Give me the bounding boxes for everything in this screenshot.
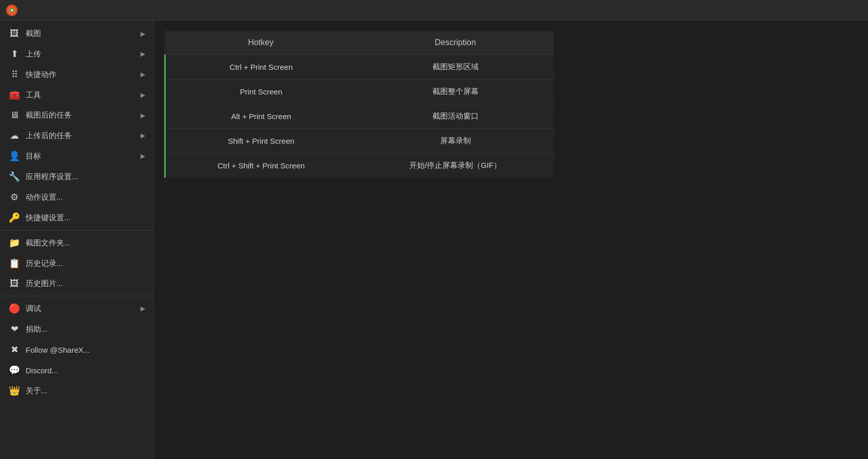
sidebar-item-after-capture[interactable]: 🖥截图后的任务▶ xyxy=(0,105,153,125)
sidebar-item-left: ⚙动作设置... xyxy=(8,192,63,203)
submenu-arrow-icon: ▶ xyxy=(141,91,145,99)
sidebar-item-label: Follow @ShareX... xyxy=(26,346,90,354)
sidebar-item-label: 目标 xyxy=(26,151,41,161)
hotkey-table: HotkeyDescriptionCtrl + Print Screen截图矩形… xyxy=(164,31,554,178)
capture-folder-icon: 📁 xyxy=(8,237,21,248)
hotkey-cell: Print Screen xyxy=(165,80,357,104)
quick-actions-icon: ⠿ xyxy=(8,69,21,80)
discord-icon: 💬 xyxy=(8,365,21,376)
sidebar-item-app-settings[interactable]: 🔧应用程序设置... xyxy=(0,166,153,187)
after-capture-icon: 🖥 xyxy=(8,110,21,121)
sidebar-item-label: 历史图片... xyxy=(26,279,63,289)
sidebar-item-label: 快捷动作 xyxy=(26,70,56,80)
sidebar-item-left: 👑关于... xyxy=(8,385,48,396)
sidebar-item-quick-actions[interactable]: ⠿快捷动作▶ xyxy=(0,64,153,85)
about-icon: 👑 xyxy=(8,385,21,396)
table-row[interactable]: Alt + Print Screen截图活动窗口 xyxy=(165,104,555,129)
submenu-arrow-icon: ▶ xyxy=(141,305,145,312)
table-column-header: Description xyxy=(357,31,554,55)
sidebar-divider xyxy=(0,296,153,296)
sidebar-item-left: 💬Discord... xyxy=(8,365,58,376)
sidebar-item-label: 快捷键设置... xyxy=(26,213,71,223)
sidebar-item-donate[interactable]: ❤捐助... xyxy=(0,319,153,339)
sidebar-item-label: 关于... xyxy=(26,386,48,396)
sidebar-item-discord[interactable]: 💬Discord... xyxy=(0,360,153,380)
sidebar-item-label: 截图后的任务 xyxy=(26,110,72,120)
title-bar xyxy=(0,0,868,21)
capture-icon: 🖼 xyxy=(8,28,21,39)
sidebar-item-capture-folder[interactable]: 📁截图文件夹... xyxy=(0,233,153,253)
svg-point-3 xyxy=(11,9,13,11)
table-row[interactable]: Ctrl + Print Screen截图矩形区域 xyxy=(165,55,555,80)
sidebar-item-left: 📋历史记录... xyxy=(8,258,63,269)
maximize-button[interactable] xyxy=(819,3,839,18)
hotkey-settings-icon: 🔑 xyxy=(8,212,21,223)
table-row[interactable]: Print Screen截图整个屏幕 xyxy=(165,80,555,104)
sidebar-item-about[interactable]: 👑关于... xyxy=(0,380,153,401)
sidebar-item-left: ☁上传后的任务 xyxy=(8,130,72,141)
sidebar-item-left: 🧰工具 xyxy=(8,89,41,101)
sidebar-item-label: 截图文件夹... xyxy=(26,238,71,248)
after-upload-icon: ☁ xyxy=(8,130,21,141)
sidebar-item-left: ❤捐助... xyxy=(8,323,48,335)
sidebar-item-label: 动作设置... xyxy=(26,193,63,202)
sidebar-item-image-history[interactable]: 🖼历史图片... xyxy=(0,274,153,294)
sidebar-item-left: 🔧应用程序设置... xyxy=(8,171,78,182)
description-cell: 截图矩形区域 xyxy=(357,55,554,80)
app-settings-icon: 🔧 xyxy=(8,171,21,182)
submenu-arrow-icon: ▶ xyxy=(141,152,145,160)
description-cell: 屏幕录制 xyxy=(357,129,554,154)
description-cell: 截图整个屏幕 xyxy=(357,80,554,104)
sidebar-item-label: 上传后的任务 xyxy=(26,131,72,141)
submenu-arrow-icon: ▶ xyxy=(141,132,145,139)
table-row[interactable]: Shift + Print Screen屏幕录制 xyxy=(165,129,555,154)
sidebar-divider xyxy=(0,230,153,231)
sidebar-item-upload[interactable]: ⬆上传▶ xyxy=(0,44,153,64)
submenu-arrow-icon: ▶ xyxy=(141,71,145,78)
sidebar-item-label: 捐助... xyxy=(26,324,48,334)
sidebar-item-history[interactable]: 📋历史记录... xyxy=(0,253,153,274)
submenu-arrow-icon: ▶ xyxy=(141,50,145,58)
sidebar-item-label: 上传 xyxy=(26,49,41,59)
hotkey-cell: Alt + Print Screen xyxy=(165,104,357,129)
tools-icon: 🧰 xyxy=(8,89,21,101)
sidebar-item-hotkey-settings[interactable]: 🔑快捷键设置... xyxy=(0,207,153,228)
submenu-arrow-icon: ▶ xyxy=(141,112,145,119)
description-cell: 开始/停止屏幕录制（GIF） xyxy=(357,154,554,178)
minimize-button[interactable] xyxy=(796,3,817,18)
sidebar-item-left: 🖼历史图片... xyxy=(8,278,63,289)
sidebar-item-left: 🖥截图后的任务 xyxy=(8,110,72,121)
sidebar-item-tools[interactable]: 🧰工具▶ xyxy=(0,85,153,105)
sidebar: 🖼截图▶⬆上传▶⠿快捷动作▶🧰工具▶🖥截图后的任务▶☁上传后的任务▶👤目标▶🔧应… xyxy=(0,21,154,459)
sidebar-item-left: ⠿快捷动作 xyxy=(8,69,56,80)
destinations-icon: 👤 xyxy=(8,150,21,162)
description-cell: 截图活动窗口 xyxy=(357,104,554,129)
donate-icon: ❤ xyxy=(8,323,21,335)
sidebar-item-after-upload[interactable]: ☁上传后的任务▶ xyxy=(0,125,153,146)
submenu-arrow-icon: ▶ xyxy=(141,30,145,37)
hotkey-cell: Ctrl + Print Screen xyxy=(165,55,357,80)
sidebar-item-label: 工具 xyxy=(26,90,41,100)
sidebar-item-label: 历史记录... xyxy=(26,259,63,269)
sidebar-item-capture[interactable]: 🖼截图▶ xyxy=(0,24,153,44)
sidebar-item-left: ⬆上传 xyxy=(8,48,41,60)
content-area: HotkeyDescriptionCtrl + Print Screen截图矩形… xyxy=(154,21,868,459)
sidebar-item-follow[interactable]: ✖Follow @ShareX... xyxy=(0,339,153,360)
image-history-icon: 🖼 xyxy=(8,278,21,289)
sidebar-item-left: 🔴调试 xyxy=(8,303,41,314)
close-button[interactable] xyxy=(841,3,862,18)
sidebar-item-action-settings[interactable]: ⚙动作设置... xyxy=(0,187,153,207)
sidebar-item-left: 🔑快捷键设置... xyxy=(8,212,71,223)
sidebar-item-destinations[interactable]: 👤目标▶ xyxy=(0,146,153,166)
action-settings-icon: ⚙ xyxy=(8,192,21,203)
sidebar-item-left: 👤目标 xyxy=(8,150,41,162)
main-layout: 🖼截图▶⬆上传▶⠿快捷动作▶🧰工具▶🖥截图后的任务▶☁上传后的任务▶👤目标▶🔧应… xyxy=(0,21,868,459)
sidebar-item-debug[interactable]: 🔴调试▶ xyxy=(0,298,153,319)
table-column-header: Hotkey xyxy=(165,31,357,55)
hotkey-cell: Ctrl + Shift + Print Screen xyxy=(165,154,357,178)
debug-icon: 🔴 xyxy=(8,303,21,314)
table-row[interactable]: Ctrl + Shift + Print Screen开始/停止屏幕录制（GIF… xyxy=(165,154,555,178)
hotkey-cell: Shift + Print Screen xyxy=(165,129,357,154)
upload-icon: ⬆ xyxy=(8,48,21,60)
sidebar-item-left: 🖼截图 xyxy=(8,28,41,39)
